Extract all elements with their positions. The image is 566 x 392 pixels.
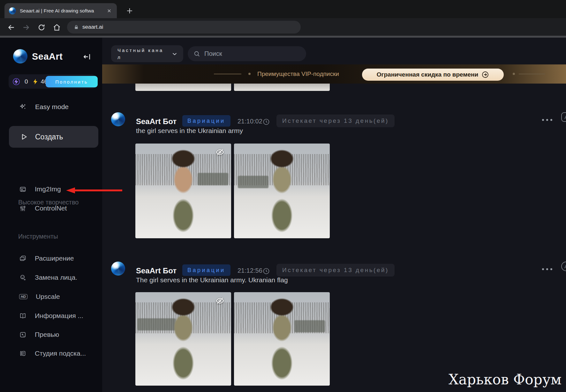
section-tools: Инструменты	[18, 233, 58, 240]
translate-icon[interactable]: A	[561, 112, 566, 122]
collapse-sidebar-icon[interactable]	[82, 52, 91, 61]
preview-icon	[19, 331, 26, 338]
sidebar-item-face-swap[interactable]: Замена лица.	[19, 273, 77, 282]
hd-icon: HD	[19, 294, 27, 299]
bot-avatar	[111, 262, 125, 276]
generated-image-4[interactable]	[234, 292, 330, 386]
controlnet-icon	[19, 205, 26, 212]
generated-image-3[interactable]	[135, 292, 231, 386]
reload-icon[interactable]	[37, 23, 46, 32]
watermark: Харьков Форум	[449, 371, 562, 388]
preview-label: Превью	[35, 331, 59, 338]
lock-icon	[73, 24, 79, 30]
message-menu-dots[interactable]	[542, 117, 556, 123]
upscale-label: Upscale	[36, 293, 60, 300]
topup-button[interactable]: Пополнить	[46, 76, 98, 87]
book-icon	[19, 312, 26, 320]
message-prompt: the girl serves in the Ukrainian army	[136, 127, 243, 135]
face-swap-label: Замена лица.	[35, 274, 77, 281]
photo-figure	[234, 292, 330, 386]
sidebar-item-easy-mode[interactable]: Easy mode	[19, 103, 69, 111]
sidebar-item-prompt-studio[interactable]: Студия подска...	[19, 349, 86, 358]
browser-tab[interactable]: Seaart.ai | Free AI drawing softwa	[4, 3, 117, 18]
create-label: Создать	[35, 133, 63, 141]
arrow-circle-icon	[481, 71, 489, 78]
tab-bar: Seaart.ai | Free AI drawing softwa	[0, 0, 566, 18]
browser-toolbar: seaart.ai	[0, 18, 566, 36]
seaart-app: SeaArt 0 46 Пополнить	[0, 38, 566, 392]
variations-badge: Вариации	[182, 115, 230, 127]
brand-title: SeaArt	[32, 51, 63, 62]
photo-vehicle	[198, 173, 228, 185]
forward-icon[interactable]	[22, 23, 30, 32]
limited-discount-button[interactable]: Ограниченная скидка по времени	[362, 69, 504, 81]
address-bar[interactable]: seaart.ai	[67, 21, 301, 33]
prompt-studio-label: Студия подска...	[35, 350, 86, 357]
banner-divider	[214, 74, 241, 74]
home-icon[interactable]	[53, 23, 61, 32]
channel-dropdown[interactable]: Частный канал	[111, 45, 183, 62]
prompt-studio-icon	[19, 350, 26, 357]
chevron-down-icon	[171, 50, 178, 57]
information-label: Информация ...	[35, 312, 83, 320]
search-input[interactable]	[204, 50, 294, 57]
new-tab-button[interactable]	[125, 6, 134, 15]
expand-image-icon	[19, 255, 26, 262]
sidebar-item-preview[interactable]: Превью	[19, 330, 59, 339]
banner-dot	[248, 73, 251, 75]
bot-avatar	[111, 112, 125, 126]
previous-image-remnant[interactable]	[234, 84, 330, 91]
banner-dot	[513, 73, 515, 75]
generated-image-2[interactable]	[234, 144, 330, 238]
vip-benefits-link[interactable]: Преимущества VIP-подписки	[257, 70, 339, 78]
seaart-logo[interactable]	[13, 49, 27, 63]
search-box[interactable]	[188, 46, 306, 61]
channel-dropdown-value: Частный канал	[117, 47, 165, 61]
browser-chrome: Seaart.ai | Free AI drawing softwa	[0, 0, 566, 38]
photo-figure	[135, 144, 231, 238]
expiry-pill: Истекает через 13 день(ей)	[276, 264, 395, 277]
translate-icon[interactable]: A	[561, 262, 566, 271]
expiry-clock-icon	[262, 118, 270, 126]
expiry-pill: Истекает через 13 день(ей)	[276, 115, 395, 127]
img2img-icon	[19, 186, 26, 193]
eye-off-icon[interactable]	[215, 147, 225, 157]
eye-off-icon[interactable]	[215, 296, 225, 306]
photo-figure	[135, 292, 231, 386]
diamond-count: 0	[25, 78, 28, 85]
purple-energy-icon	[12, 78, 20, 85]
create-button[interactable]: Создать	[9, 126, 98, 148]
generated-image-1[interactable]	[135, 144, 231, 238]
message-author: SeaArt Бот	[136, 266, 177, 275]
limited-discount-label: Ограниченная скидка по времени	[377, 71, 478, 78]
url-text: seaart.ai	[82, 24, 103, 30]
sidebar-item-information[interactable]: Информация ...	[19, 312, 83, 320]
img2img-label: Img2Img	[35, 185, 61, 193]
seaart-favicon	[9, 7, 16, 14]
photo-figure	[234, 144, 330, 238]
expiry-clock-icon	[262, 267, 270, 275]
variations-badge: Вариации	[182, 264, 230, 276]
back-icon[interactable]	[7, 23, 15, 32]
yellow-energy-icon	[32, 78, 39, 85]
message-time: 21:10:02	[238, 118, 262, 125]
sidebar-item-upscale[interactable]: HD Upscale	[19, 292, 60, 301]
photo-vehicle	[238, 176, 268, 188]
sidebar-item-outpaint[interactable]: Расширение	[19, 254, 74, 263]
tab-title: Seaart.ai | Free AI drawing softwa	[20, 8, 99, 14]
easy-mode-label: Easy mode	[35, 103, 69, 111]
screenshot-root: Seaart.ai | Free AI drawing softwa	[0, 0, 566, 392]
banner-divider	[519, 74, 545, 74]
outpaint-label: Расширение	[35, 255, 74, 262]
chat-area: Частный канал Преимущества VIP-подписки …	[102, 38, 566, 392]
message-author: SeaArt Бот	[136, 117, 177, 126]
search-icon	[193, 50, 200, 57]
message-menu-dots[interactable]	[542, 266, 556, 272]
sidebar-item-controlnet[interactable]: ControlNet	[19, 204, 67, 212]
sidebar-item-img2img[interactable]: Img2Img	[19, 185, 61, 193]
previous-image-remnant[interactable]	[135, 84, 231, 91]
play-icon	[20, 133, 28, 141]
sparkles-icon	[19, 103, 27, 111]
controlnet-label: ControlNet	[35, 204, 67, 212]
tab-close-icon[interactable]	[106, 8, 112, 14]
